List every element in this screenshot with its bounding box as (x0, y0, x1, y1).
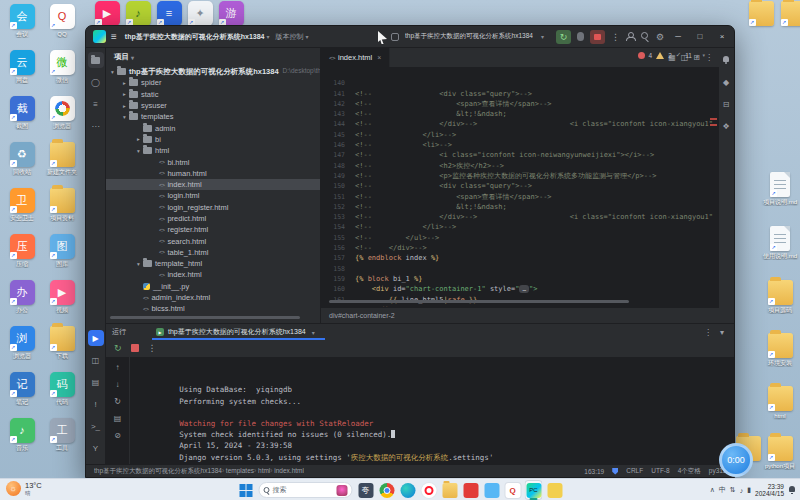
breadcrumb-item[interactable]: thp基于疾控大数据的可视化分析系统hx1384 (94, 467, 222, 476)
run-more-icon[interactable]: ⋮ (148, 343, 157, 353)
inspections-widget[interactable]: 4 2 ✓ 11 ▴ ▾ (638, 51, 705, 59)
project-tree-item[interactable]: ▾ html (106, 145, 320, 156)
desktop-icon[interactable]: 微 微信 (43, 50, 81, 84)
desktop-icon[interactable]: 卫 安全卫士 (3, 188, 41, 222)
more-actions-icon[interactable]: ⋮ (611, 32, 620, 42)
desktop-icon[interactable]: 新建文件夹 (43, 142, 81, 176)
desktop-icon[interactable]: 办 办公 (3, 280, 41, 314)
notification-center-icon[interactable] (788, 486, 796, 494)
python-packages-icon[interactable]: ▤ (88, 374, 104, 390)
tree-expand-icon[interactable]: ▸ (120, 80, 129, 86)
desktop-icon[interactable]: 记 笔记 (3, 372, 41, 406)
editor-breadcrumbs[interactable]: div#chart-container-2 (321, 307, 719, 323)
notifications-icon[interactable] (718, 52, 734, 68)
desktop-icon[interactable]: Q QQ (43, 4, 81, 38)
scroll-down-icon[interactable]: ↓ (111, 377, 125, 391)
project-tree-item[interactable]: index.html (106, 269, 320, 280)
start-button[interactable] (237, 480, 255, 500)
tray-expand-icon[interactable]: ∧ (710, 486, 715, 494)
desktop-icon[interactable]: ♪ 音乐 (3, 418, 41, 452)
desktop-icon[interactable]: 浏 浏览器 (3, 326, 41, 360)
stop-button[interactable] (590, 30, 605, 44)
desktop-icon[interactable]: 项目说明.md (761, 172, 799, 206)
taskbar-app-pycharm[interactable]: PC (525, 480, 543, 500)
project-panel-title[interactable]: 项目 (114, 52, 129, 62)
volume-icon[interactable]: ♪ (740, 487, 744, 494)
run-process-tab[interactable]: ▶ thp基于疾控大数据的可视化分析系统hx1384 ▾ (150, 324, 327, 340)
commit-icon[interactable]: ◯ (88, 74, 104, 90)
tree-expand-icon[interactable]: ▾ (134, 148, 143, 154)
desktop-icon[interactable]: 下载 (43, 326, 81, 360)
taskbar-app-qq-browser[interactable] (483, 480, 501, 500)
taskbar-app-opera[interactable] (420, 480, 438, 500)
tab-index-html[interactable]: index.html × (321, 48, 390, 67)
tree-expand-icon[interactable]: ▸ (120, 103, 129, 109)
desktop-icon[interactable]: 项目资料 (43, 188, 81, 222)
plugins-icon[interactable]: ❖ (718, 118, 734, 134)
ime-indicator[interactable]: 中 (719, 485, 726, 495)
code-with-me-icon[interactable] (626, 32, 635, 41)
network-icon[interactable]: ⇅ (730, 486, 736, 494)
timer-widget[interactable]: 0:00 (719, 443, 753, 477)
desktop-icon[interactable]: 游 (212, 1, 250, 28)
tree-expand-icon[interactable]: ▾ (108, 69, 117, 75)
project-tree-item[interactable]: login_register.html (106, 202, 320, 213)
more-tools-icon[interactable]: ⋯ (88, 118, 104, 134)
tab-close-icon[interactable]: × (377, 54, 381, 61)
tree-expand-icon[interactable]: ▸ (120, 91, 129, 97)
breadcrumb[interactable]: div#chart-container-2 (329, 312, 395, 319)
services-icon[interactable]: ◫ (88, 352, 104, 368)
desktop-icon[interactable]: 图 图库 (43, 234, 81, 268)
vcs-widget[interactable]: 版本控制 (275, 32, 303, 42)
status-item[interactable]: CRLF (626, 467, 643, 476)
taskbar-app-qq[interactable]: Q (504, 480, 522, 500)
editor-scrollbar[interactable] (329, 300, 629, 303)
editor-more-icon[interactable]: ⋮ (705, 53, 713, 62)
rerun-icon[interactable]: ↻ (114, 343, 122, 353)
minimize-button[interactable]: ─ (670, 32, 686, 41)
desktop-icon[interactable]: 使用说明.md (761, 226, 799, 260)
desktop-icon[interactable] (774, 1, 800, 28)
project-tree-item[interactable]: __init__.py (106, 281, 320, 292)
project-scrollbar[interactable] (110, 316, 300, 319)
desktop-icon[interactable]: 浏览器 (43, 96, 81, 130)
run-panel-more-icon[interactable]: ⋮ (704, 328, 712, 337)
project-tree-item[interactable]: admin (106, 122, 320, 133)
taskbar-app-explorer[interactable] (441, 480, 459, 500)
project-tree-item[interactable]: human.html (106, 168, 320, 179)
error-stripe-mark[interactable] (710, 124, 717, 126)
project-tree-item[interactable]: bicss.html (106, 303, 320, 314)
status-item[interactable]: 4个空格 (678, 467, 701, 476)
tree-expand-icon[interactable]: ▸ (134, 136, 143, 142)
code-viewport[interactable]: 140 <!-- <div class="query">--> 141 <!--… (321, 68, 719, 307)
project-tree-item[interactable]: login.html (106, 190, 320, 201)
taskbar-app-chrome[interactable] (378, 480, 396, 500)
breadcrumb-item[interactable]: templates (222, 467, 254, 476)
run-tool-label[interactable]: 运行 (112, 327, 126, 337)
maximize-button[interactable]: □ (692, 32, 708, 41)
restart-server-icon[interactable]: ↻ (111, 394, 125, 408)
desktop-icon[interactable]: html (761, 386, 799, 420)
desktop-icon[interactable]: 云 网盘 (3, 50, 41, 84)
run-icon[interactable]: ▶ (88, 330, 104, 346)
ai-assistant-icon[interactable]: ◆ (718, 74, 734, 90)
project-tree-item[interactable]: ▸ spider (106, 77, 320, 88)
desktop-icon[interactable]: ♻ 回收站 (3, 142, 41, 176)
status-breadcrumbs[interactable]: thp基于疾控大数据的可视化分析系统hx1384templateshtmlind… (94, 467, 304, 476)
taskbar-clock[interactable]: 23:39 2024/4/15 (755, 483, 784, 497)
project-tree-item[interactable]: ▸ static (106, 89, 320, 100)
rerun-button[interactable]: ↻ (556, 30, 571, 44)
project-tree-item[interactable]: index.html (106, 179, 320, 190)
next-problem-icon[interactable]: ▾ (702, 52, 705, 58)
run-config-selector[interactable]: thp基于疾控大数据的可视化分析系统hx1384 (405, 32, 533, 41)
version-control-icon[interactable]: Y (88, 440, 104, 456)
search-everywhere-icon[interactable] (641, 32, 650, 41)
scroll-up-icon[interactable]: ↑ (111, 360, 125, 374)
desktop-icon[interactable]: 环境安装 (761, 333, 799, 367)
taskbar-app-netease[interactable] (462, 480, 480, 500)
clear-console-icon[interactable]: ⊘ (111, 428, 125, 442)
terminal-icon[interactable]: >_ (88, 418, 104, 434)
project-widget[interactable]: thp基于疾控大数据的可视化分析系统hx1384 (125, 32, 265, 42)
breadcrumb-item[interactable]: html (254, 467, 270, 476)
weather-widget[interactable]: ☼ 13°C 晴 (6, 481, 42, 496)
